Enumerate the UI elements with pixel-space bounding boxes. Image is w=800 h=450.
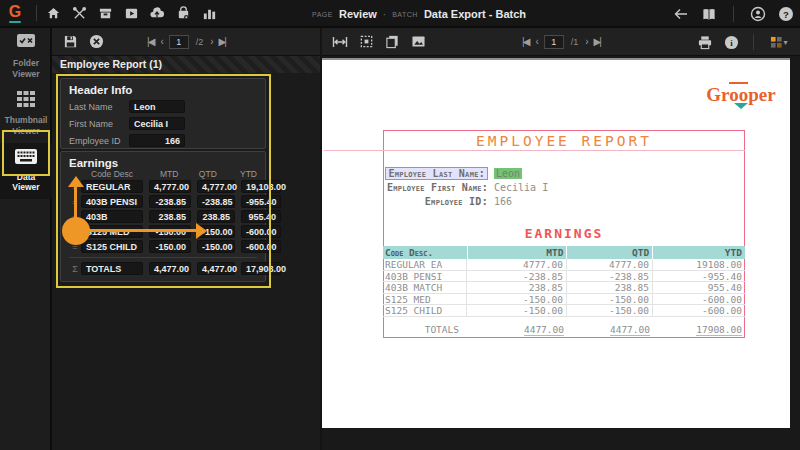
table-row: = 403B PENSI -238.85 -238.85 -955.40 xyxy=(69,195,281,208)
sidebar-item-thumbnail-viewer[interactable]: Thumbnail Viewer xyxy=(0,85,52,142)
home-icon[interactable] xyxy=(43,3,63,23)
qtd-cell[interactable]: -150.00 xyxy=(197,225,235,238)
earnings-section-title: EARNINGS xyxy=(383,226,745,241)
column-header: Code Desc xyxy=(69,169,136,179)
row-handle-icon[interactable]: = xyxy=(69,227,81,237)
data-viewer-panel: |◀ ‹ 1 /2 › ▶| Employee Report (1) Heade… xyxy=(52,28,320,450)
totals-label: TOTALS xyxy=(81,262,143,275)
stats-icon[interactable] xyxy=(199,3,219,23)
last-name-field[interactable]: Leon xyxy=(129,100,185,113)
totals-qtd: 4,477.00 xyxy=(197,262,235,275)
code-cell[interactable]: REGULAR EA xyxy=(81,180,143,193)
next-page-icon[interactable]: › xyxy=(585,36,586,47)
doc-column-header[interactable]: Code Desc. xyxy=(383,246,467,259)
table-row: = REGULAR EA 4,777.00 4,777.00 19,108.00 xyxy=(69,180,281,193)
selected-label-zone[interactable]: Employee Last Name: xyxy=(385,167,488,180)
sigma-icon: Σ xyxy=(69,264,81,274)
info-icon[interactable]: i xyxy=(721,32,741,52)
doc-table-row: S125 MED -150.00 -150.00 -600.00 xyxy=(383,294,745,306)
qtd-cell[interactable]: 238.85 xyxy=(197,210,235,223)
page-number-input[interactable]: 1 xyxy=(169,35,189,49)
grooper-logo[interactable]: G xyxy=(0,3,30,23)
user-account-icon[interactable] xyxy=(748,4,768,24)
document-logo: Grooper xyxy=(696,84,786,109)
row-handle-icon[interactable]: = xyxy=(69,197,81,207)
doc-column-header[interactable]: QTD xyxy=(567,246,652,259)
media-box-icon[interactable] xyxy=(121,3,141,23)
next-page-icon[interactable]: › xyxy=(210,36,211,47)
overlay-settings-icon[interactable]: ▾ xyxy=(766,32,792,52)
archive-box-icon[interactable] xyxy=(95,3,115,23)
group-title: Header Info xyxy=(61,79,265,96)
qtd-cell[interactable]: 4,777.00 xyxy=(197,180,235,193)
cloud-upload-icon[interactable] xyxy=(147,3,167,23)
image-icon[interactable] xyxy=(408,32,428,52)
ytd-cell[interactable]: -600.00 xyxy=(241,225,281,238)
copy-pages-icon[interactable] xyxy=(382,32,402,52)
first-page-icon[interactable]: |◀ xyxy=(522,36,528,47)
book-icon[interactable] xyxy=(699,4,719,24)
doc-field-value: Cecilia I xyxy=(494,182,548,193)
qtd-cell[interactable]: -150.00 xyxy=(197,240,235,253)
first-page-icon[interactable]: |◀ xyxy=(147,36,153,47)
page-number-input[interactable]: 1 xyxy=(544,35,564,49)
field-label: Last Name xyxy=(69,102,129,112)
breadcrumb: PAGE Review · BATCH Data Export - Batch xyxy=(312,0,526,28)
prev-page-icon[interactable]: ‹ xyxy=(160,36,161,47)
earnings-group: Earnings Code Desc MTD QTD YTD = REGULAR… xyxy=(60,151,266,282)
mtd-cell[interactable]: 4,777.00 xyxy=(149,180,191,193)
code-cell[interactable]: 403B PENSI xyxy=(81,195,143,208)
sidebar-item-folder-viewer[interactable]: Folder Viewer xyxy=(0,28,52,85)
ytd-cell[interactable]: 955.40 xyxy=(241,210,281,223)
svg-text:?: ? xyxy=(783,9,789,20)
row-handle-icon[interactable]: = xyxy=(69,182,81,192)
marquee-zone-icon[interactable] xyxy=(356,32,376,52)
qtd-cell[interactable]: -238.85 xyxy=(197,195,235,208)
code-cell[interactable]: 403B MATCH xyxy=(81,210,143,223)
doc-field-value: 166 xyxy=(494,196,512,207)
ytd-cell[interactable]: -600.00 xyxy=(241,240,281,253)
sidebar-item-data-viewer[interactable]: Data Viewer xyxy=(0,143,52,199)
close-icon[interactable] xyxy=(86,32,106,52)
ytd-cell[interactable]: -955.40 xyxy=(241,195,281,208)
totals-ytd: 17,908.00 xyxy=(241,262,281,275)
code-cell[interactable]: S125 MED xyxy=(81,225,143,238)
document-viewer-panel: |◀ ‹ 1 /1 › ▶| i ▾ Grooper xyxy=(322,28,800,450)
tools-icon[interactable] xyxy=(69,3,89,23)
totals-mtd: 4,477.00 xyxy=(149,262,191,275)
table-row: = S125 MED -150.00 -150.00 -600.00 xyxy=(69,225,281,238)
employee-id-field[interactable]: 166 xyxy=(129,134,185,147)
page-step-value: Review xyxy=(339,8,377,20)
mtd-cell[interactable]: -150.00 xyxy=(149,240,191,253)
prev-page-icon[interactable]: ‹ xyxy=(535,36,536,47)
grooper-review-window: G PAGE Review · BATCH Data Export - B xyxy=(0,0,800,450)
column-header: YTD xyxy=(217,169,257,179)
doc-table-header: Code Desc. MTD QTD YTD xyxy=(383,246,745,259)
doc-table-row: S125 CHILD -150.00 -150.00 -600.00 xyxy=(383,305,745,317)
save-icon[interactable] xyxy=(60,32,80,52)
last-page-icon[interactable]: ▶| xyxy=(219,36,225,47)
print-icon[interactable] xyxy=(695,32,715,52)
tasks-bag-icon[interactable] xyxy=(173,3,193,23)
mtd-cell[interactable]: 238.85 xyxy=(149,210,191,223)
first-name-field[interactable]: Cecilia I xyxy=(129,117,185,130)
back-icon[interactable] xyxy=(671,4,691,24)
code-cell[interactable]: S125 CHILD xyxy=(81,240,143,253)
mtd-cell[interactable]: -150.00 xyxy=(149,225,191,238)
ytd-cell[interactable]: 19,108.00 xyxy=(241,180,281,193)
doc-column-header[interactable]: YTD xyxy=(653,246,745,259)
mtd-cell[interactable]: -238.85 xyxy=(149,195,191,208)
doc-panel-toolbar: |◀ ‹ 1 /1 › ▶| i ▾ xyxy=(322,28,800,56)
help-icon[interactable]: ? xyxy=(776,4,796,24)
document-page[interactable]: Grooper EMPLOYEE REPORT Employee Last Na… xyxy=(322,58,790,428)
data-panel-toolbar: |◀ ‹ 1 /2 › ▶| xyxy=(52,28,320,56)
row-handle-icon[interactable]: = xyxy=(69,212,81,222)
row-handle-icon[interactable]: = xyxy=(69,242,81,252)
field-label: First Name xyxy=(69,119,129,129)
page-total-label: /1 xyxy=(571,37,579,47)
doc-column-header[interactable]: MTD xyxy=(468,246,567,259)
fit-width-icon[interactable] xyxy=(330,32,350,52)
last-page-icon[interactable]: ▶| xyxy=(594,36,600,47)
extracted-value-zone[interactable]: Leon xyxy=(494,168,522,179)
doc-field-label: Employee First Name: xyxy=(380,182,488,193)
